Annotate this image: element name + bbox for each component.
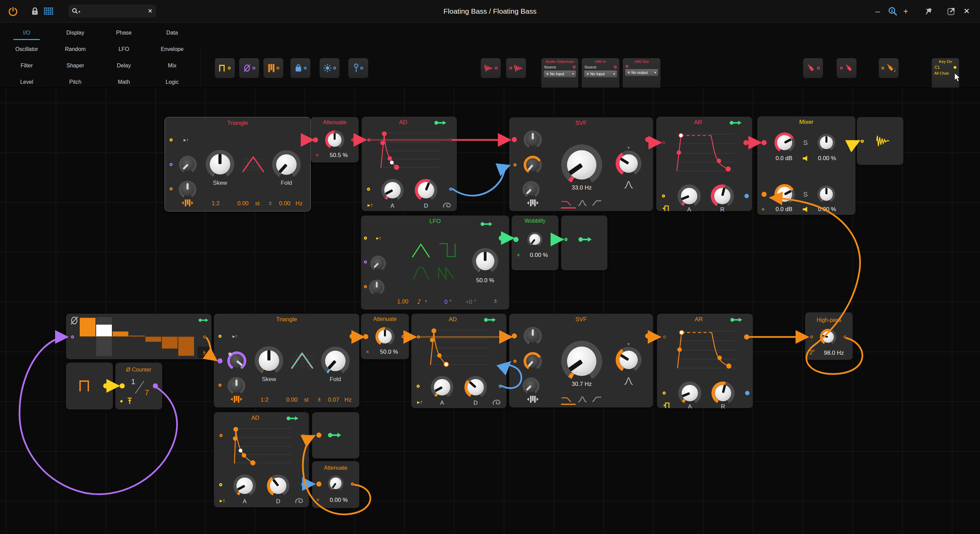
audio-out-port[interactable] — [645, 334, 651, 339]
filter-bandpass-button[interactable] — [578, 200, 587, 206]
decay-knob[interactable] — [465, 376, 487, 399]
gate-in-port[interactable] — [663, 335, 666, 339]
output-enabled-icon[interactable] — [578, 237, 592, 242]
out-port[interactable] — [553, 238, 556, 241]
cutoff-mod-port[interactable] — [514, 164, 517, 167]
module-title[interactable]: Attenuate — [361, 316, 409, 322]
retrigger-port[interactable] — [662, 195, 665, 198]
filter-lowpass-button[interactable] — [561, 396, 573, 403]
attack-knob[interactable] — [431, 376, 453, 399]
in-port[interactable] — [317, 482, 321, 487]
rate-mod-knob[interactable] — [369, 280, 385, 295]
detach-window-icon[interactable] — [947, 7, 955, 15]
cutoff-knob[interactable] — [820, 329, 836, 345]
decay-knob[interactable] — [267, 475, 290, 497]
output-enabled-icon[interactable] — [434, 121, 447, 125]
ch2-in-port[interactable] — [762, 192, 767, 197]
output-enabled-icon[interactable] — [484, 318, 496, 322]
bipolar-icon[interactable]: ± — [269, 199, 272, 207]
out-port[interactable] — [203, 335, 206, 339]
thru-out-port[interactable] — [499, 335, 502, 339]
fold-knob[interactable] — [321, 346, 350, 375]
module-mini-green[interactable] — [561, 216, 608, 270]
cutoff-knob[interactable] — [561, 341, 602, 382]
wave-square-button[interactable] — [438, 243, 456, 257]
retrigger-port[interactable] — [219, 335, 222, 338]
release-knob[interactable] — [711, 184, 734, 208]
zoom-level-button[interactable]: 1 — [888, 6, 897, 16]
in-port[interactable] — [368, 138, 371, 141]
category-level[interactable]: Level — [20, 79, 33, 85]
filter-lowpass-button[interactable] — [561, 200, 573, 207]
module-attenuate-3[interactable]: Attenuate × 0.00 % — [312, 461, 359, 508]
in-port[interactable] — [861, 140, 864, 143]
module-title[interactable]: High-pass — [805, 317, 853, 323]
out-port[interactable] — [352, 138, 355, 141]
out-port[interactable] — [103, 383, 108, 389]
ch1-mute-icon[interactable] — [803, 156, 809, 161]
phase-port[interactable] — [364, 261, 367, 264]
module-gate-mini[interactable] — [66, 362, 113, 410]
filter-bandpass-button[interactable] — [578, 396, 587, 402]
ratio-value[interactable]: 1:2 — [212, 200, 220, 207]
fm-amount-knob[interactable] — [228, 377, 245, 395]
module-title[interactable]: Wobblify — [512, 218, 558, 224]
zoom-out-button[interactable]: – — [875, 6, 880, 16]
eoc-port[interactable] — [449, 188, 452, 191]
audio-in-port[interactable] — [512, 137, 517, 142]
phase-port[interactable] — [218, 359, 223, 364]
gate-in-port[interactable] — [662, 141, 665, 145]
palette-audio-out[interactable] — [506, 58, 526, 78]
ch1-level-value[interactable]: 0.0 dB — [775, 155, 792, 162]
ch2-pan-value[interactable]: 0.00 % — [818, 206, 836, 213]
module-title[interactable]: Triangle — [165, 120, 310, 127]
thru-out-port[interactable] — [449, 138, 452, 141]
ch2-mute-icon[interactable] — [803, 207, 809, 212]
in-port[interactable] — [810, 335, 813, 339]
thru-out-port[interactable] — [302, 434, 305, 437]
module-lfo[interactable]: LFO ▸↑ 50.0 % 1.00 ♪ ▾ 0 ° +0 ° ± — [361, 216, 509, 310]
steps-display[interactable] — [80, 317, 195, 356]
cutoff-mod-port[interactable] — [514, 360, 517, 363]
module-highpass[interactable]: High-pass 2P 98.0 Hz — [805, 312, 853, 360]
out-port[interactable] — [744, 335, 749, 340]
category-shaper[interactable]: Shaper — [66, 63, 84, 69]
cutoff-mod-knob[interactable] — [523, 156, 542, 174]
module-attenuate-1[interactable]: Attenuate × 50.5 % — [311, 117, 359, 162]
eoc-port[interactable] — [301, 482, 306, 487]
rate-mod-port[interactable] — [364, 285, 367, 288]
reset-port[interactable] — [121, 400, 123, 403]
module-wobblify[interactable]: Wobblify × 0.00 % — [512, 216, 558, 270]
out-port[interactable] — [499, 236, 504, 241]
out-port[interactable] — [153, 383, 158, 389]
module-title[interactable]: Triangle — [214, 316, 359, 323]
semitone-value[interactable]: 0.00 — [237, 200, 248, 207]
cutoff-mod-knob[interactable] — [523, 352, 542, 370]
clear-icon[interactable]: ✕ — [546, 72, 549, 76]
amount-value[interactable]: 0.00 % — [330, 497, 348, 504]
keytrack-icon[interactable] — [182, 199, 193, 207]
ch1-level-knob[interactable] — [774, 132, 795, 153]
category-display[interactable]: Display — [66, 30, 84, 36]
loop-icon[interactable] — [492, 399, 501, 405]
cutoff-knob[interactable] — [561, 145, 602, 185]
module-mini-green-2[interactable] — [312, 412, 359, 458]
module-attenuate-2[interactable]: Attenuate × 50.0 % — [361, 314, 409, 359]
poles-value[interactable]: 2P — [809, 349, 815, 356]
wave-triangle-button[interactable] — [411, 243, 430, 258]
eoc-port[interactable] — [499, 385, 502, 388]
out-port[interactable] — [351, 483, 354, 486]
module-title[interactable]: Mixer — [757, 119, 856, 126]
category-lfo[interactable]: LFO — [118, 46, 129, 52]
category-random[interactable]: Random — [65, 46, 86, 52]
bipolar-icon[interactable]: ± — [318, 396, 321, 403]
module-title[interactable]: Ø Counter — [115, 367, 162, 373]
clock-in-port[interactable] — [120, 383, 125, 389]
semitone-value[interactable]: 0.00 — [286, 396, 298, 403]
fold-knob[interactable] — [272, 150, 301, 179]
module-title[interactable]: SVF — [509, 316, 653, 323]
wave-sine-button[interactable] — [411, 266, 430, 280]
palette-key-on[interactable]: Key On C1 All Chan — [932, 58, 959, 89]
category-math[interactable]: Math — [118, 79, 130, 85]
cutoff-value[interactable]: 98.0 Hz — [824, 350, 844, 356]
